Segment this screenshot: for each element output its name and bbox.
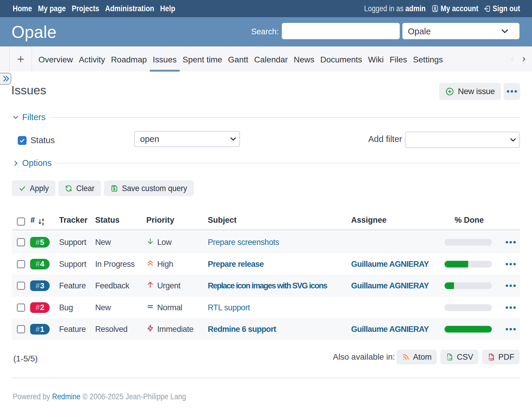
svg-text:0: 0 [42, 222, 44, 226]
svg-text:9: 9 [42, 218, 44, 222]
svg-text:CSV: CSV [447, 357, 453, 360]
svg-text:PDF: PDF [489, 357, 494, 360]
